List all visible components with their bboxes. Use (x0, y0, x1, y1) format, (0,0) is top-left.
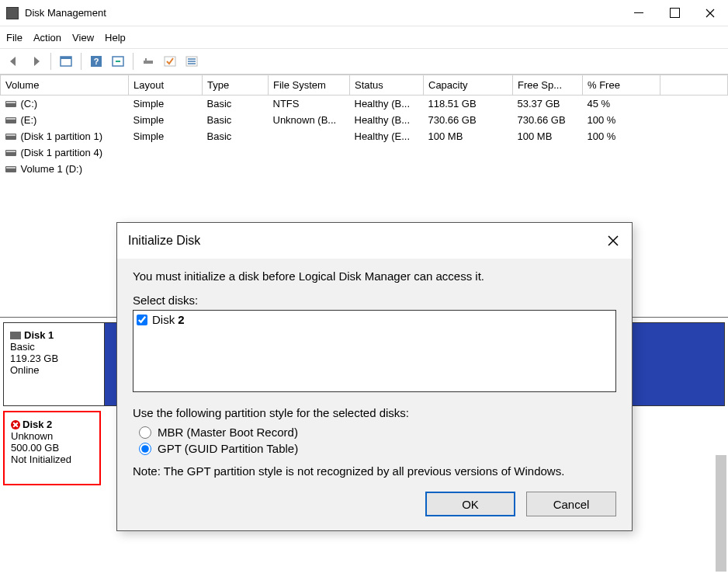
list-icon[interactable] (182, 52, 201, 71)
disk-type: Unknown (11, 430, 93, 442)
col-pctfree[interactable]: % Free (583, 75, 660, 96)
mbr-label: MBR (Master Boot Record) (158, 426, 298, 439)
table-row[interactable]: (C:)SimpleBasicNTFSHealthy (B...118.51 G… (1, 96, 728, 112)
toolbar: ? (0, 48, 728, 75)
disk-type: Basic (10, 341, 98, 353)
disk-state: Online (10, 364, 98, 376)
back-icon[interactable] (5, 52, 23, 71)
show-hide-icon[interactable] (57, 52, 75, 71)
col-free[interactable]: Free Sp... (513, 75, 583, 96)
dialog-title-bar: Initialize Disk (117, 223, 632, 259)
disk-state: Not Initialized (11, 454, 93, 465)
volume-icon (5, 101, 16, 107)
window-title: Disk Management (25, 7, 621, 19)
minimize-button[interactable] (621, 0, 657, 26)
disk-header: Disk 1 Basic 119.23 GB Online (4, 323, 105, 405)
disk-list-item[interactable]: Disk 2 (137, 313, 612, 326)
svg-text:?: ? (94, 57, 99, 66)
initialize-disk-dialog: Initialize Disk You must initialize a di… (116, 222, 633, 531)
col-fs[interactable]: File System (269, 75, 350, 96)
col-blank[interactable] (660, 75, 728, 96)
disk-header: Disk 2 Unknown 500.00 GB Not Initialized (5, 412, 99, 484)
volume-table: Volume Layout Type File System Status Ca… (0, 75, 728, 177)
dialog-message: You must initialize a disk before Logica… (133, 269, 616, 283)
dialog-title: Initialize Disk (128, 234, 200, 248)
maximize-button[interactable] (657, 0, 692, 26)
disk-icon (10, 332, 21, 339)
col-status[interactable]: Status (350, 75, 424, 96)
table-row[interactable]: (Disk 1 partition 4) (1, 144, 728, 161)
menu-action[interactable]: Action (33, 32, 61, 43)
app-icon (6, 7, 19, 19)
ok-button[interactable]: OK (425, 492, 515, 516)
disk-select-list[interactable]: Disk 2 (133, 310, 616, 392)
menu-file[interactable]: File (6, 32, 23, 43)
col-layout[interactable]: Layout (129, 75, 203, 96)
scrollbar[interactable] (716, 455, 726, 572)
col-type[interactable]: Type (203, 75, 269, 96)
error-icon (11, 420, 20, 429)
menu-help[interactable]: Help (105, 32, 126, 43)
help-icon[interactable]: ? (87, 52, 106, 71)
refresh-icon[interactable] (109, 52, 127, 71)
disk-row[interactable]: Disk 2 Unknown 500.00 GB Not Initialized (3, 411, 101, 485)
radio-gpt[interactable]: GPT (GUID Partition Table) (139, 442, 616, 455)
checklist-icon[interactable] (161, 52, 179, 71)
dialog-note: Note: The GPT partition style is not rec… (133, 464, 616, 478)
title-bar: Disk Management (0, 0, 728, 26)
col-volume[interactable]: Volume (1, 75, 129, 96)
disk-name: Disk 1 (24, 329, 54, 341)
volume-icon (5, 166, 16, 172)
select-disks-label: Select disks: (133, 294, 616, 307)
disk-size: 119.23 GB (10, 353, 98, 364)
col-capacity[interactable]: Capacity (424, 75, 513, 96)
volume-icon (5, 134, 16, 140)
disk-checkbox[interactable] (137, 315, 147, 325)
menu-view[interactable]: View (72, 32, 94, 43)
svg-rect-6 (145, 58, 147, 61)
radio-mbr[interactable]: MBR (Master Boot Record) (139, 426, 616, 439)
cancel-button[interactable]: Cancel (526, 492, 616, 516)
menu-bar: File Action View Help (0, 26, 728, 48)
disk-name: Disk 2 (23, 419, 52, 430)
disk-size: 500.00 GB (11, 442, 93, 454)
disk-list-item-label: Disk 2 (152, 313, 185, 326)
mbr-radio[interactable] (139, 426, 151, 439)
table-row[interactable]: (E:)SimpleBasicUnknown (B...Healthy (B..… (1, 112, 728, 128)
gpt-label: GPT (GUID Partition Table) (158, 442, 298, 455)
volume-icon (5, 150, 16, 156)
svg-rect-5 (144, 61, 153, 64)
table-row[interactable]: (Disk 1 partition 1)SimpleBasicHealthy (… (1, 128, 728, 144)
volume-icon (5, 117, 16, 123)
svg-rect-1 (61, 57, 71, 59)
table-row[interactable]: Volume 1 (D:) (1, 161, 728, 177)
gpt-radio[interactable] (139, 443, 151, 455)
window-buttons (621, 0, 728, 26)
settings-icon[interactable] (139, 52, 158, 71)
partition-style-label: Use the following partition style for th… (133, 406, 616, 419)
dialog-close-button[interactable] (605, 233, 621, 249)
forward-icon[interactable] (26, 52, 45, 71)
close-button[interactable] (692, 0, 728, 26)
